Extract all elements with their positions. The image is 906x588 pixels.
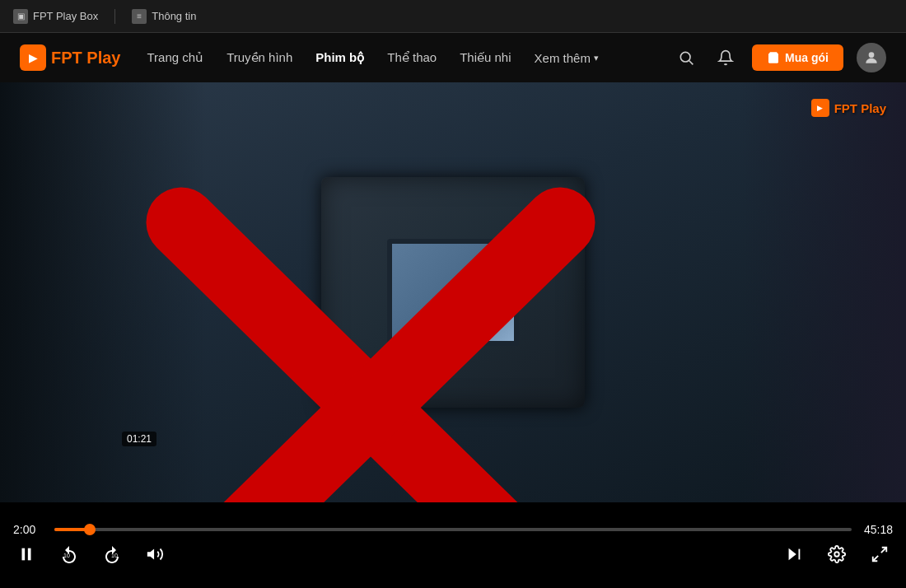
svg-rect-6 (22, 548, 26, 561)
fullscreen-button[interactable] (866, 541, 893, 567)
video-controls-bar: 2:00 45:18 10 10 (0, 502, 906, 588)
svg-point-13 (834, 552, 839, 557)
top-bar-fpt-play-box[interactable]: ▣ FPT Play Box (13, 9, 98, 24)
nav-link-thieu-nhi[interactable]: Thiếu nhi (460, 50, 511, 65)
nav-bar: FPT Play Trang chủ Truyền hình Phim bộ T… (0, 33, 906, 82)
nav-link-phim-bo[interactable]: Phim bộ (315, 50, 364, 65)
controls-right (781, 541, 893, 567)
top-bar-thong-tin-label: Thông tin (152, 10, 196, 22)
progress-thumb[interactable] (84, 524, 96, 535)
settings-button[interactable] (824, 541, 850, 567)
next-episode-button[interactable] (781, 541, 807, 567)
nav-actions: Mua gói (673, 43, 886, 72)
svg-marker-11 (789, 548, 796, 561)
rewind-button[interactable]: 10 (56, 541, 82, 567)
box-icon: ▣ (13, 9, 28, 24)
mua-goi-button[interactable]: Mua gói (752, 44, 843, 71)
scene-machine-panel (321, 177, 585, 408)
logo-text: FPT Play (51, 49, 120, 68)
logo[interactable]: FPT Play (20, 44, 120, 71)
scene-person-silhouette (741, 82, 906, 502)
nav-link-trang-chu[interactable]: Trang chủ (147, 50, 203, 65)
svg-line-1 (689, 61, 694, 65)
fpt-play-watermark: FPT Play (811, 99, 886, 117)
progress-bar[interactable] (54, 528, 852, 531)
info-icon: ≡ (132, 9, 147, 24)
controls-left: 10 10 (13, 541, 168, 567)
end-time-label: 45:18 (860, 523, 893, 536)
controls-row: 10 10 (13, 541, 893, 567)
nav-link-xem-them[interactable]: Xem thêm ▾ (535, 51, 599, 65)
top-bar: ▣ FPT Play Box ≡ Thông tin (0, 0, 906, 33)
progress-row: 2:00 45:18 (13, 523, 893, 536)
svg-rect-7 (28, 548, 31, 561)
watermark-play-icon (811, 99, 829, 117)
volume-button[interactable] (142, 541, 168, 567)
mua-goi-label: Mua gói (785, 51, 829, 64)
watermark-text: FPT Play (834, 101, 886, 115)
scene-machine-screen (387, 239, 519, 346)
pause-button[interactable] (13, 541, 40, 567)
logo-play-icon (20, 44, 46, 71)
nav-link-the-thao[interactable]: Thể thao (387, 50, 437, 65)
search-button[interactable] (673, 44, 699, 71)
scene-left-shadow (0, 82, 206, 502)
top-bar-divider (114, 9, 115, 24)
forward-button[interactable]: 10 (99, 541, 125, 567)
progress-time-tooltip: 01:21 (122, 432, 156, 446)
top-bar-fpt-play-box-label: FPT Play Box (33, 10, 98, 22)
top-bar-thong-tin[interactable]: ≡ Thông tin (132, 9, 196, 24)
svg-point-3 (869, 52, 875, 58)
svg-line-14 (881, 548, 886, 553)
nav-link-truyen-hinh[interactable]: Truyền hình (226, 50, 292, 65)
current-time-label: 2:00 (13, 523, 46, 536)
video-player[interactable]: FPT Play 01:21 (0, 82, 906, 502)
nav-links: Trang chủ Truyền hình Phim bộ Thể thao T… (147, 50, 673, 65)
svg-text:10: 10 (111, 553, 118, 558)
svg-marker-10 (147, 549, 154, 560)
user-avatar-button[interactable] (857, 43, 886, 72)
svg-point-0 (680, 52, 690, 62)
svg-line-15 (873, 556, 878, 561)
chevron-down-icon: ▾ (594, 53, 599, 63)
svg-text:10: 10 (63, 553, 70, 558)
notification-button[interactable] (712, 44, 739, 71)
nav-link-xem-them-label: Xem thêm (535, 51, 591, 65)
